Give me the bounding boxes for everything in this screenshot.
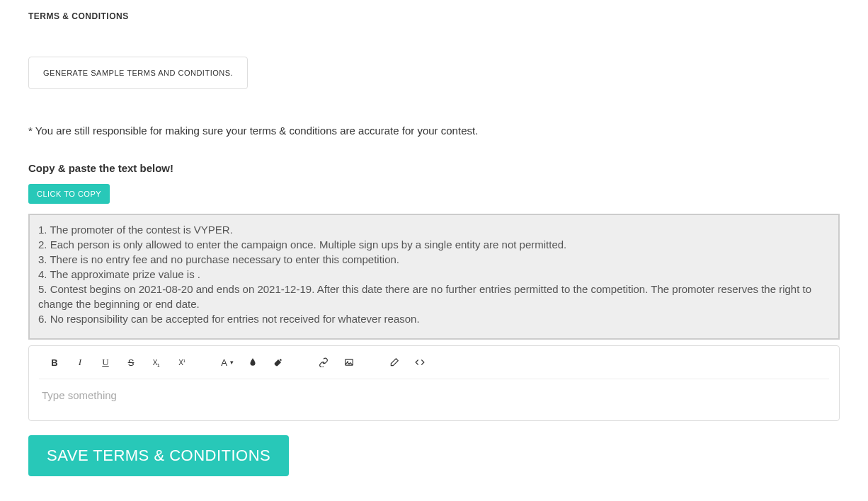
underline-icon: U: [102, 357, 108, 368]
text-color-button[interactable]: [240, 352, 265, 373]
superscript-icon: X: [178, 359, 185, 367]
save-terms-button[interactable]: SAVE TERMS & CONDITIONS: [28, 435, 289, 476]
strike-icon: S: [128, 357, 135, 368]
terms-text-box[interactable]: 1. The promoter of the contest is VYPER.…: [28, 214, 840, 340]
code-icon: [415, 357, 425, 367]
terms-line: 1. The promoter of the contest is VYPER.: [38, 222, 831, 237]
generate-sample-button[interactable]: GENERATE SAMPLE TERMS AND CONDITIONS.: [28, 57, 248, 89]
highlight-button[interactable]: [265, 352, 291, 373]
terms-line: 4. The approximate prize value is .: [38, 267, 831, 282]
italic-button[interactable]: I: [67, 352, 93, 373]
highlighter-icon: [273, 357, 283, 367]
terms-line: 3. There is no entry fee and no purchase…: [38, 252, 831, 267]
subscript-icon: X: [153, 359, 161, 367]
superscript-button[interactable]: X: [169, 352, 195, 373]
font-family-button[interactable]: A▾: [215, 352, 240, 373]
font-icon: A: [221, 357, 227, 368]
click-to-copy-button[interactable]: CLICK TO COPY: [28, 184, 110, 204]
editor-content-area[interactable]: Type something: [29, 379, 839, 420]
editor-toolbar: B I U S X X A▾: [39, 346, 829, 379]
chevron-down-icon: ▾: [230, 359, 234, 366]
droplet-icon: [248, 357, 258, 367]
link-icon: [319, 357, 329, 367]
section-title: TERMS & CONDITIONS: [28, 11, 840, 21]
link-button[interactable]: [311, 352, 336, 373]
underline-button[interactable]: U: [93, 352, 118, 373]
image-button[interactable]: [336, 352, 362, 373]
terms-line: 2. Each person is only allowed to enter …: [38, 237, 831, 252]
subscript-button[interactable]: X: [144, 352, 169, 373]
editor-placeholder: Type something: [42, 389, 117, 401]
eraser-icon: [389, 357, 399, 367]
rich-text-editor: B I U S X X A▾: [28, 345, 840, 421]
terms-line: 5. Contest begins on 2021-08-20 and ends…: [38, 282, 831, 311]
strikethrough-button[interactable]: S: [118, 352, 144, 373]
image-icon: [344, 357, 354, 367]
terms-line: 6. No responsibility can be accepted for…: [38, 311, 831, 326]
disclaimer-text: * You are still responsible for making s…: [28, 125, 840, 137]
clear-format-button[interactable]: [382, 352, 407, 373]
code-view-button[interactable]: [407, 352, 433, 373]
copy-instruction: Copy & paste the text below!: [28, 162, 840, 174]
bold-button[interactable]: B: [42, 352, 67, 373]
